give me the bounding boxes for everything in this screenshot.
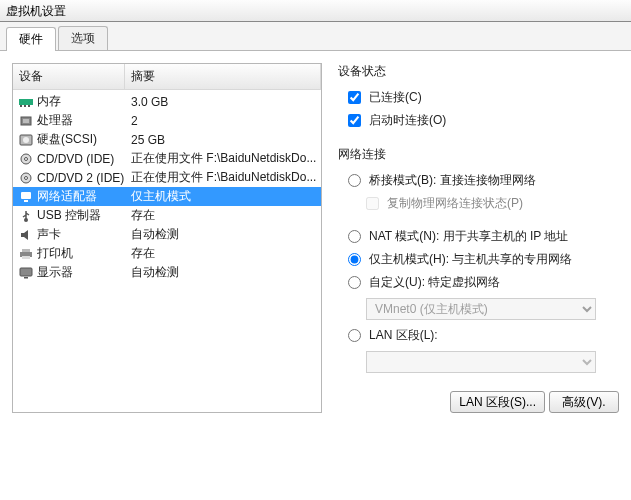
window-title: 虚拟机设置 — [6, 4, 66, 18]
network-icon — [17, 189, 35, 205]
bridge-label: 桥接模式(B): 直接连接物理网络 — [369, 172, 619, 189]
col-device[interactable]: 设备 — [13, 64, 125, 89]
device-name: 网络适配器 — [37, 188, 131, 205]
content-area: 设备 摘要 内存3.0 GB处理器2硬盘(SCSI)25 GBCD/DVD (I… — [0, 51, 631, 425]
svg-rect-1 — [20, 105, 22, 107]
device-summary: 3.0 GB — [131, 95, 317, 109]
svg-rect-5 — [23, 119, 29, 123]
lan-label: LAN 区段(L): — [369, 327, 619, 344]
device-summary: 存在 — [131, 245, 317, 262]
svg-point-9 — [25, 157, 28, 160]
cpu-icon — [17, 113, 35, 129]
hostonly-radio[interactable] — [348, 253, 361, 266]
device-summary: 自动检测 — [131, 226, 317, 243]
custom-row[interactable]: 自定义(U): 特定虚拟网络 — [338, 271, 619, 294]
svg-rect-0 — [19, 99, 33, 105]
replicate-label: 复制物理网络连接状态(P) — [387, 195, 523, 212]
device-summary: 25 GB — [131, 133, 317, 147]
nat-row[interactable]: NAT 模式(N): 用于共享主机的 IP 地址 — [338, 225, 619, 248]
svg-point-14 — [24, 218, 28, 222]
nat-label: NAT 模式(N): 用于共享主机的 IP 地址 — [369, 228, 619, 245]
memory-icon — [17, 94, 35, 110]
svg-rect-19 — [24, 277, 28, 279]
right-panel: 设备状态 已连接(C) 启动时连接(O) 网络连接 桥接模式(B): 直接连接物… — [334, 63, 619, 413]
hostonly-label: 仅主机模式(H): 与主机共享的专用网络 — [369, 251, 619, 268]
svg-rect-18 — [20, 268, 32, 276]
device-status-group: 设备状态 已连接(C) 启动时连接(O) — [338, 63, 619, 132]
device-name: 声卡 — [37, 226, 131, 243]
list-item[interactable]: 打印机存在 — [13, 244, 321, 263]
network-group: 网络连接 桥接模式(B): 直接连接物理网络 复制物理网络连接状态(P) NAT… — [338, 146, 619, 377]
list-header: 设备 摘要 — [13, 64, 321, 90]
lan-select-row — [338, 347, 619, 377]
svg-rect-17 — [22, 256, 30, 259]
lan-segments-button[interactable]: LAN 区段(S)... — [450, 391, 545, 413]
device-name: 硬盘(SCSI) — [37, 131, 131, 148]
hostonly-row[interactable]: 仅主机模式(H): 与主机共享的专用网络 — [338, 248, 619, 271]
svg-rect-3 — [28, 105, 30, 107]
display-icon — [17, 265, 35, 281]
custom-radio[interactable] — [348, 276, 361, 289]
device-name: 处理器 — [37, 112, 131, 129]
device-name: 打印机 — [37, 245, 131, 262]
device-name: CD/DVD (IDE) — [37, 152, 131, 166]
connect-on-start-label: 启动时连接(O) — [369, 112, 446, 129]
cd-icon — [17, 170, 35, 186]
list-item[interactable]: 处理器2 — [13, 111, 321, 130]
lan-row[interactable]: LAN 区段(L): — [338, 324, 619, 347]
button-row: LAN 区段(S)... 高级(V). — [338, 391, 619, 413]
connected-row[interactable]: 已连接(C) — [338, 86, 619, 109]
replicate-row: 复制物理网络连接状态(P) — [338, 192, 619, 215]
list-item[interactable]: USB 控制器存在 — [13, 206, 321, 225]
bridge-row[interactable]: 桥接模式(B): 直接连接物理网络 — [338, 169, 619, 192]
svg-rect-12 — [21, 192, 31, 199]
device-summary: 自动检测 — [131, 264, 317, 281]
lan-radio[interactable] — [348, 329, 361, 342]
svg-point-7 — [23, 137, 29, 143]
advanced-button[interactable]: 高级(V). — [549, 391, 619, 413]
usb-icon — [17, 208, 35, 224]
svg-point-11 — [25, 176, 28, 179]
list-item[interactable]: 声卡自动检测 — [13, 225, 321, 244]
cd-icon — [17, 151, 35, 167]
connect-on-start-checkbox[interactable] — [348, 114, 361, 127]
svg-rect-2 — [24, 105, 26, 107]
device-list: 设备 摘要 内存3.0 GB处理器2硬盘(SCSI)25 GBCD/DVD (I… — [12, 63, 322, 413]
tab-options[interactable]: 选项 — [58, 26, 108, 50]
network-title: 网络连接 — [338, 146, 619, 163]
list-item[interactable]: 内存3.0 GB — [13, 92, 321, 111]
list-body: 内存3.0 GB处理器2硬盘(SCSI)25 GBCD/DVD (IDE)正在使… — [13, 90, 321, 284]
custom-select: VMnet0 (仅主机模式) — [366, 298, 596, 320]
device-name: 内存 — [37, 93, 131, 110]
tab-hardware-label: 硬件 — [19, 32, 43, 46]
tab-hardware[interactable]: 硬件 — [6, 27, 56, 51]
disk-icon — [17, 132, 35, 148]
list-item[interactable]: CD/DVD (IDE)正在使用文件 F:\BaiduNetdiskDo... — [13, 149, 321, 168]
printer-icon — [17, 246, 35, 262]
custom-label: 自定义(U): 特定虚拟网络 — [369, 274, 619, 291]
connected-label: 已连接(C) — [369, 89, 422, 106]
device-summary: 正在使用文件 F:\BaiduNetdiskDo... — [131, 169, 317, 186]
connected-checkbox[interactable] — [348, 91, 361, 104]
tabs-bar: 硬件 选项 — [0, 22, 631, 51]
list-item[interactable]: 网络适配器仅主机模式 — [13, 187, 321, 206]
svg-rect-13 — [24, 200, 28, 202]
connect-on-start-row[interactable]: 启动时连接(O) — [338, 109, 619, 132]
device-summary: 仅主机模式 — [131, 188, 317, 205]
device-name: USB 控制器 — [37, 207, 131, 224]
list-item[interactable]: 显示器自动检测 — [13, 263, 321, 282]
device-name: 显示器 — [37, 264, 131, 281]
col-summary[interactable]: 摘要 — [125, 64, 321, 89]
device-status-title: 设备状态 — [338, 63, 619, 80]
device-name: CD/DVD 2 (IDE) — [37, 171, 131, 185]
list-item[interactable]: CD/DVD 2 (IDE)正在使用文件 F:\BaiduNetdiskDo..… — [13, 168, 321, 187]
bridge-radio[interactable] — [348, 174, 361, 187]
sound-icon — [17, 227, 35, 243]
list-item[interactable]: 硬盘(SCSI)25 GB — [13, 130, 321, 149]
window-titlebar: 虚拟机设置 — [0, 0, 631, 22]
svg-rect-16 — [22, 249, 30, 252]
lan-select — [366, 351, 596, 373]
tab-options-label: 选项 — [71, 31, 95, 45]
replicate-checkbox — [366, 197, 379, 210]
nat-radio[interactable] — [348, 230, 361, 243]
